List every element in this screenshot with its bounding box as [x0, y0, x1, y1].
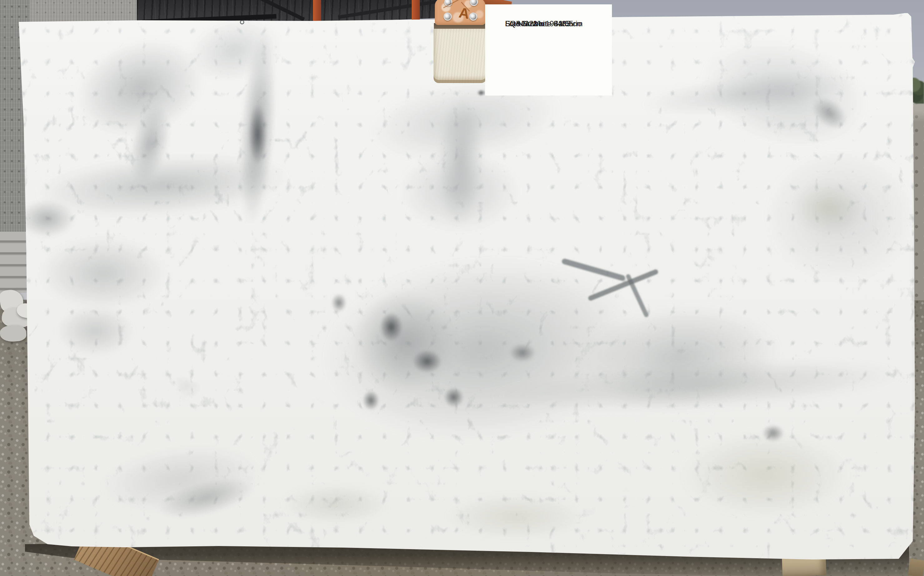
- slab-info-card: EQ&G- White Satuario Size- 323 x 193 x 3…: [485, 4, 612, 96]
- steel-post: [313, 0, 321, 22]
- slab-lighting-gradient: [0, 0, 924, 576]
- clamp-bolt: [444, 13, 452, 21]
- wood-support-block: [908, 558, 924, 576]
- clamp-marking: A: [454, 3, 475, 23]
- slab-number-line: Slab Number- 42/55: [505, 20, 573, 27]
- lifting-clamp-pad: [433, 28, 487, 83]
- slab-yard-photo: A EQ&G- White Satuario Size- 323 x 193 x…: [0, 0, 924, 576]
- stacked-concrete-lintels: [0, 232, 30, 293]
- marble-slab: [0, 0, 924, 576]
- stone-debris: [0, 324, 27, 342]
- steel-post: [412, 0, 420, 21]
